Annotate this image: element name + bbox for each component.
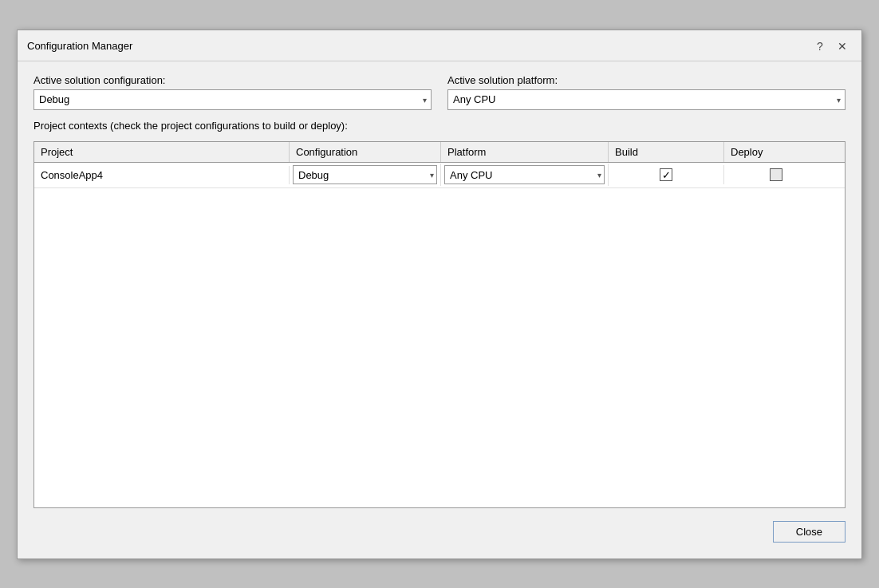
row-platform-select[interactable]: Any CPU x86 x64 [444,165,605,184]
top-dropdowns-row: Active solution configuration: Debug Rel… [34,74,845,110]
col-header-project: Project [34,142,290,162]
title-bar-buttons: ? ✕ [810,37,852,56]
configuration-manager-dialog: Configuration Manager ? ✕ Active solutio… [17,30,862,559]
dialog-body: Active solution configuration: Debug Rel… [18,61,861,558]
row-platform-wrapper: Any CPU x86 x64 ▾ [444,165,605,184]
col-header-platform: Platform [441,142,609,162]
col-header-configuration: Configuration [290,142,441,162]
solution-configuration-select-wrapper: Debug Release ▾ [34,89,432,110]
close-title-button[interactable]: ✕ [833,37,852,56]
solution-platform-group: Active solution platform: Any CPU x86 x6… [447,74,845,110]
project-contexts-table: Project Configuration Platform Build Dep… [34,141,845,508]
col-header-deploy: Deploy [724,142,828,162]
cell-deploy-checkbox [724,165,828,184]
solution-configuration-label: Active solution configuration: [34,74,432,86]
solution-platform-select-wrapper: Any CPU x86 x64 ▾ [447,89,845,110]
row-configuration-wrapper: Debug Release ▾ [293,165,437,184]
dialog-title: Configuration Manager [27,40,132,52]
build-checkbox[interactable] [660,168,672,181]
row-configuration-select[interactable]: Debug Release [293,165,437,184]
close-button[interactable]: Close [773,521,845,543]
cell-platform: Any CPU x86 x64 ▾ [441,164,609,186]
title-bar: Configuration Manager ? ✕ [18,30,861,61]
cell-build-checkbox [609,165,724,184]
solution-platform-select[interactable]: Any CPU x86 x64 [447,89,845,110]
table-header: Project Configuration Platform Build Dep… [34,142,845,163]
col-header-build: Build [609,142,724,162]
solution-platform-label: Active solution platform: [447,74,845,86]
footer-row: Close [34,518,845,546]
solution-configuration-select[interactable]: Debug Release [34,89,432,110]
solution-configuration-group: Active solution configuration: Debug Rel… [34,74,432,110]
project-contexts-label: Project contexts (check the project conf… [34,120,845,132]
help-button[interactable]: ? [810,37,830,56]
cell-project-name: ConsoleApp4 [34,166,290,184]
table-row: ConsoleApp4 Debug Release ▾ Any CPU [34,163,845,188]
deploy-checkbox[interactable] [770,168,782,181]
cell-configuration: Debug Release ▾ [290,164,441,186]
